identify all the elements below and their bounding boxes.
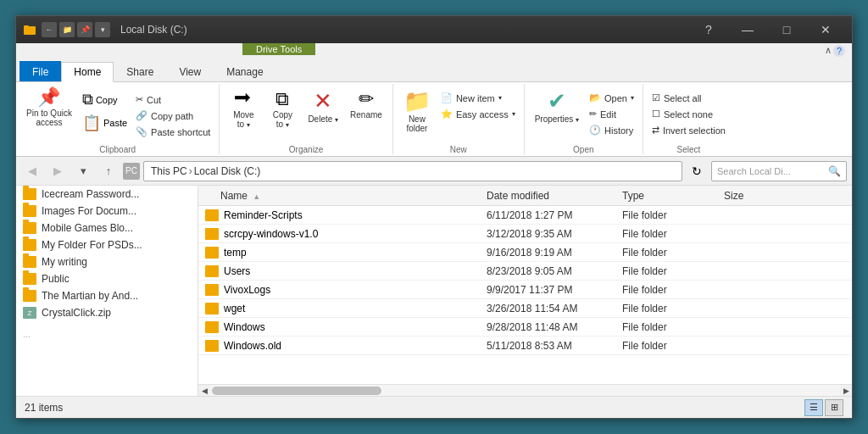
scroll-thumb[interactable] <box>212 387 381 395</box>
col-header-type[interactable]: Type <box>622 190 724 202</box>
move-to-button[interactable]: ⮕ Moveto ▾ <box>225 86 262 131</box>
file-row[interactable]: Windows 9/28/2018 11:48 AM File folder <box>198 318 852 337</box>
copy-path-button[interactable]: 🔗 Copy path <box>132 108 214 123</box>
scroll-right-button[interactable]: ▶ <box>840 385 852 397</box>
file-name-cell: wget <box>198 303 487 314</box>
delete-button[interactable]: ✕ Delete ▾ <box>303 86 343 126</box>
clipboard-content: 📌 Pin to Quickaccess ⧉ Copy 📋 Paste ✂ <box>21 86 214 143</box>
file-type-cell: File folder <box>622 340 724 352</box>
quick-access-toolbar: ← 📁 📌 ▾ <box>42 22 110 37</box>
cut-button[interactable]: ✂ Cut <box>132 92 214 107</box>
tab-view[interactable]: View <box>166 61 214 81</box>
forward-button[interactable]: ▶ <box>47 160 69 182</box>
scroll-track[interactable] <box>210 385 840 396</box>
edit-icon: ✏ <box>589 108 597 120</box>
quick-icon-3[interactable]: 📌 <box>77 22 92 37</box>
refresh-button[interactable]: ↻ <box>686 160 708 182</box>
folder-icon <box>23 256 36 268</box>
new-item-button[interactable]: 📄 New item ▾ <box>437 91 519 105</box>
copy-to-button[interactable]: ⧉ Copyto ▾ <box>264 86 301 131</box>
file-list-header: Name ▲ Date modified Type Size <box>198 186 852 206</box>
search-placeholder: Search Local Di... <box>717 166 791 176</box>
rename-icon: ✏ <box>359 88 374 110</box>
new-folder-icon: 📁 <box>403 88 431 114</box>
col-header-name[interactable]: Name ▲ <box>198 190 487 202</box>
back-button[interactable]: ◀ <box>21 160 43 182</box>
copy-button[interactable]: ⧉ Copy <box>79 89 131 110</box>
help-ribbon-btn[interactable]: ? <box>833 45 845 57</box>
minimize-button[interactable]: — <box>728 16 767 43</box>
file-date-cell: 3/12/2018 9:35 AM <box>487 228 622 240</box>
ribbon-collapse-btn[interactable]: ∧ <box>825 45 832 57</box>
sidebar-item-mywriting[interactable]: My writing <box>16 253 198 270</box>
title-bar: ← 📁 📌 ▾ Local Disk (C:) ? — □ ✕ <box>16 16 852 43</box>
folder-icon <box>23 205 36 217</box>
new-folder-button[interactable]: 📁 Newfolder <box>398 86 436 136</box>
open-button[interactable]: 📂 Open ▾ <box>586 91 637 105</box>
tab-file[interactable]: File <box>19 61 61 81</box>
paste-icon: 📋 <box>82 114 101 132</box>
edit-button[interactable]: ✏ Edit <box>586 107 637 121</box>
address-path[interactable]: This PC › Local Disk (C:) <box>143 161 682 181</box>
large-icons-view-button[interactable]: ⊞ <box>825 399 843 416</box>
sidebar-item-mobile[interactable]: Mobile Games Blo... <box>16 220 198 236</box>
maximize-button[interactable]: □ <box>767 16 806 43</box>
recent-locations-button[interactable]: ▾ <box>72 160 94 182</box>
quick-icon-1[interactable]: ← <box>42 22 57 37</box>
sidebar-item-icecream[interactable]: Icecream Password... <box>16 186 198 203</box>
quick-icon-2[interactable]: 📁 <box>59 22 75 37</box>
sidebar-item-images[interactable]: Images For Docum... <box>16 203 198 220</box>
select-all-button[interactable]: ☑ Select all <box>648 91 729 105</box>
sidebar-item-public[interactable]: Public <box>16 270 198 287</box>
properties-button[interactable]: ✔ Properties ▾ <box>530 86 584 126</box>
file-row[interactable]: temp 9/16/2018 9:19 AM File folder <box>198 243 852 262</box>
sidebar-item-themartian[interactable]: The Martian by And... <box>16 287 198 304</box>
tab-home[interactable]: Home <box>61 62 114 82</box>
select-none-button[interactable]: ☐ Select none <box>648 107 729 121</box>
open-icon: 📂 <box>589 92 601 103</box>
paste-button[interactable]: 📋 Paste <box>79 112 131 134</box>
close-button[interactable]: ✕ <box>806 16 845 43</box>
scroll-left-button[interactable]: ◀ <box>198 385 210 397</box>
tab-share[interactable]: Share <box>114 61 166 81</box>
file-date-cell: 9/28/2018 11:48 AM <box>487 321 622 333</box>
sidebar-item-crystalclick[interactable]: Z CrystalClick.zip <box>16 304 198 321</box>
details-view-button[interactable]: ☰ <box>804 399 823 416</box>
file-row[interactable]: Windows.old 5/11/2018 8:53 AM File folde… <box>198 337 852 355</box>
invert-selection-button[interactable]: ⇄ Invert selection <box>648 123 729 137</box>
file-row[interactable]: VivoxLogs 9/9/2017 11:37 PM File folder <box>198 281 852 299</box>
quick-icon-dropdown[interactable]: ▾ <box>95 22 110 37</box>
paste-shortcut-button[interactable]: 📎 Paste shortcut <box>132 125 214 139</box>
folder-icon <box>23 273 36 285</box>
col-header-date[interactable]: Date modified <box>487 190 622 202</box>
sidebar-item-myfolder[interactable]: My Folder For PSDs... <box>16 236 198 253</box>
file-row[interactable]: scrcpy-windows-v1.0 3/12/2018 9:35 AM Fi… <box>198 225 852 243</box>
search-box[interactable]: Search Local Di... 🔍 <box>711 161 847 181</box>
select-none-icon: ☐ <box>652 108 660 120</box>
col-header-size[interactable]: Size <box>724 190 852 202</box>
file-row[interactable]: wget 3/26/2018 11:54 AM File folder <box>198 299 852 318</box>
new-content: 📁 Newfolder 📄 New item ▾ ⭐ Easy access ▾ <box>398 86 519 143</box>
horizontal-scrollbar[interactable]: ◀ ▶ <box>198 384 852 396</box>
folder-icon <box>205 303 219 314</box>
file-type-cell: File folder <box>622 284 724 296</box>
folder-icon <box>205 284 219 296</box>
file-row[interactable]: Reminder-Scripts 6/11/2018 1:27 PM File … <box>198 206 852 225</box>
easy-access-button[interactable]: ⭐ Easy access ▾ <box>437 107 519 121</box>
path-localdisk: Local Disk (C:) <box>194 165 261 177</box>
help-button[interactable]: ? <box>689 16 728 43</box>
move-to-icon: ⮕ <box>234 88 253 110</box>
file-row[interactable]: Users 8/23/2018 9:05 AM File folder <box>198 262 852 281</box>
select-all-icon: ☑ <box>652 92 660 103</box>
open-content: ✔ Properties ▾ 📂 Open ▾ ✏ Edit 🕐 <box>530 86 637 143</box>
up-button[interactable]: ↑ <box>97 160 120 182</box>
file-type-cell: File folder <box>622 265 724 277</box>
location-icon: PC <box>123 163 140 180</box>
tab-manage[interactable]: Manage <box>214 61 275 81</box>
main-content: Icecream Password... Images For Docum...… <box>16 186 852 396</box>
file-name-cell: Users <box>198 265 487 277</box>
history-button[interactable]: 🕐 History <box>586 123 637 137</box>
pin-to-quick-access-button[interactable]: 📌 Pin to Quickaccess <box>21 86 77 130</box>
rename-button[interactable]: ✏ Rename <box>345 86 387 122</box>
view-toggle: ☰ ⊞ <box>804 399 843 416</box>
